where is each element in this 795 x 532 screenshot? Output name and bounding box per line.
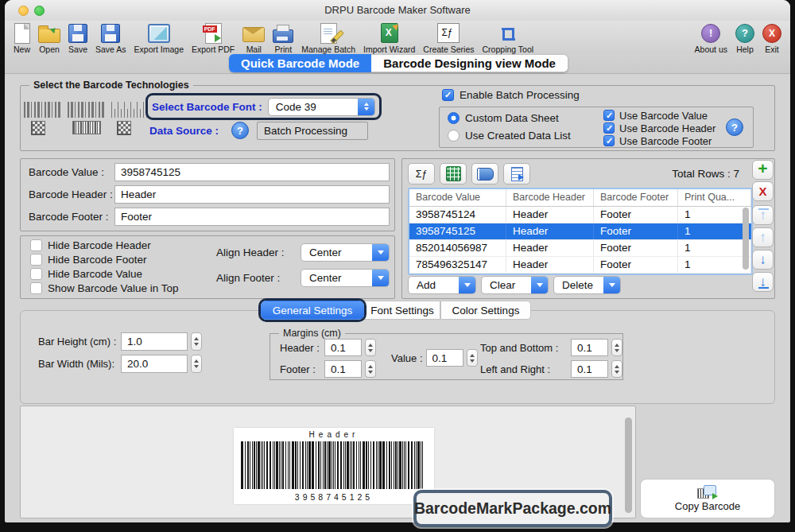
custom-data-sheet-option[interactable]: Custom Data Sheet: [448, 112, 559, 124]
formula-button[interactable]: [408, 163, 435, 184]
export-list-button[interactable]: [503, 163, 530, 184]
margin-header-stepper[interactable]: [365, 339, 376, 356]
barcode-footer-input[interactable]: Footer: [114, 208, 390, 226]
tab-general-settings[interactable]: General Settings: [261, 301, 364, 320]
checkbox-unchecked-icon[interactable]: [30, 268, 42, 280]
toolbar-button-label: Export PDF: [192, 45, 235, 54]
margin-left-right-stepper[interactable]: [611, 360, 622, 378]
table-scrollbar-thumb[interactable]: [743, 208, 749, 270]
checkbox-unchecked-icon[interactable]: [30, 254, 42, 266]
table-scrollbar[interactable]: [742, 208, 750, 271]
barcode-font-value: Code 39: [276, 101, 316, 113]
margin-header-input[interactable]: 0.1: [324, 339, 362, 356]
data-source-field[interactable]: Batch Processing: [257, 122, 368, 140]
barcode-font-select[interactable]: Code 39: [268, 98, 375, 116]
align-header-dropdown[interactable]: Center: [301, 243, 390, 262]
table-row[interactable]: 3958745125HeaderFooter1: [409, 223, 751, 240]
add-dropdown-button[interactable]: Add: [408, 276, 476, 294]
toolbar-button-save-as[interactable]: Save As: [95, 22, 126, 54]
toolbar-right: About usHelpExit: [691, 22, 785, 54]
option-use-barcode-footer[interactable]: Use Barcode Footer: [603, 134, 716, 147]
margin-top-bottom-stepper[interactable]: [611, 339, 622, 356]
toolbar-button-manage-batch[interactable]: Manage Batch: [301, 22, 355, 54]
margin-value-stepper[interactable]: [467, 349, 478, 367]
batch-help-icon[interactable]: [726, 118, 743, 136]
table-row[interactable]: 852014056987HeaderFooter1: [409, 240, 751, 257]
barcode-value-input[interactable]: 3958745125: [114, 163, 390, 181]
tab-font-settings[interactable]: Font Settings: [364, 301, 440, 320]
barcode-header-input[interactable]: Header: [114, 185, 390, 204]
toolbar-button-create-series[interactable]: Create Series: [423, 22, 474, 54]
tab-color-settings[interactable]: Color Settings: [440, 301, 531, 320]
bar-width-stepper[interactable]: [191, 355, 202, 373]
toolbar-button-open[interactable]: Open: [38, 22, 60, 54]
use-created-data-list-option[interactable]: Use Created Data List: [448, 130, 571, 142]
toolbar-button-about-us[interactable]: About us: [695, 22, 727, 54]
table-row[interactable]: 502360215478HeaderFooter1: [409, 274, 751, 275]
batch-data-table[interactable]: Barcode ValueBarcode HeaderBarcode Foote…: [408, 188, 753, 275]
margin-footer-input[interactable]: 0.1: [324, 360, 362, 378]
bar-height-stepper[interactable]: [191, 332, 202, 351]
checkbox-checked-icon[interactable]: [603, 110, 615, 121]
clear-dropdown-button[interactable]: Clear: [481, 276, 549, 294]
toolbar-button-save[interactable]: Save: [68, 22, 87, 54]
move-up-button[interactable]: [752, 227, 774, 247]
enable-batch-processing-option[interactable]: Enable Batch Processing: [442, 89, 580, 101]
toolbar-button-export-pdf[interactable]: Export PDF: [192, 22, 235, 54]
column-header[interactable]: Print Qua...: [678, 189, 751, 206]
margin-value-input[interactable]: 0.1: [426, 349, 463, 367]
align-footer-dropdown[interactable]: Center: [301, 269, 390, 287]
enable-batch-checkbox-icon[interactable]: [442, 89, 454, 101]
preview-scrollbar[interactable]: [624, 410, 633, 515]
toolbar-button-help[interactable]: Help: [735, 22, 754, 54]
custom-data-sheet-radio-icon[interactable]: [448, 112, 460, 124]
chevron-down-icon: [603, 277, 620, 293]
tab-barcode-designing-view-mode[interactable]: Barcode Designing view Mode: [371, 54, 568, 72]
toolbar-button-mail[interactable]: Mail: [242, 22, 265, 54]
toolbar-button-import-wizard[interactable]: Import Wizard: [363, 22, 415, 54]
delete-dropdown-button[interactable]: Delete: [553, 276, 621, 294]
toolbar-button-print[interactable]: Print: [273, 22, 293, 54]
preview-scrollbar-thumb[interactable]: [625, 417, 632, 513]
table-row[interactable]: 785496325147HeaderFooter1: [409, 257, 751, 274]
checkbox-checked-icon[interactable]: [603, 135, 615, 146]
copy-barcode-button[interactable]: Copy Barcode: [640, 479, 775, 518]
table-row[interactable]: 3958745124HeaderFooter1: [409, 207, 751, 223]
option-hide-barcode-footer[interactable]: Hide Barcode Footer: [30, 254, 179, 266]
tab-quick-barcode-mode[interactable]: Quick Barcode Mode: [229, 54, 371, 72]
option-use-barcode-header[interactable]: Use Barcode Header: [603, 122, 716, 134]
align-header-label: Align Header :: [216, 247, 285, 258]
column-header[interactable]: Barcode Value: [409, 189, 506, 206]
option-hide-barcode-header[interactable]: Hide Barcode Header: [30, 239, 179, 251]
flipbook-button[interactable]: [471, 163, 498, 184]
align-footer-value: Center: [309, 272, 342, 284]
spreadsheet-import-button[interactable]: [440, 163, 467, 184]
checkbox-checked-icon[interactable]: [603, 122, 615, 134]
margin-top-bottom-input[interactable]: 0.1: [571, 339, 608, 356]
data-source-help-icon[interactable]: [231, 122, 249, 139]
option-use-barcode-value[interactable]: Use Barcode Value: [603, 109, 716, 122]
option-show-barcode-value-in-top[interactable]: Show Barcode Value in Top: [30, 282, 179, 294]
margin-left-right-input[interactable]: 0.1: [571, 360, 608, 378]
select-stepper-icon[interactable]: [358, 99, 374, 115]
bar-height-input[interactable]: 1.0: [121, 332, 188, 351]
move-top-button[interactable]: [752, 205, 774, 225]
toolbar-button-exit[interactable]: Exit: [762, 22, 781, 54]
column-header[interactable]: Barcode Footer: [594, 189, 678, 206]
checkbox-unchecked-icon[interactable]: [30, 239, 42, 251]
option-hide-barcode-value[interactable]: Hide Barcode Value: [30, 268, 179, 280]
use-created-data-list-radio-icon[interactable]: [448, 130, 460, 142]
column-header[interactable]: Barcode Header: [506, 189, 594, 206]
add-row-button[interactable]: [752, 160, 774, 180]
delete-row-button[interactable]: [752, 181, 774, 201]
move-down-button[interactable]: [752, 250, 774, 270]
option-label: Use Barcode Value: [619, 110, 708, 122]
toolbar-button-cropping-tool[interactable]: Cropping Tool: [483, 22, 534, 54]
move-bottom-button[interactable]: [752, 272, 774, 292]
toolbar-button-new[interactable]: New: [14, 22, 30, 54]
margin-footer-stepper[interactable]: [365, 360, 376, 378]
help-round-icon: [735, 24, 754, 43]
checkbox-unchecked-icon[interactable]: [30, 282, 42, 294]
toolbar-button-export-image[interactable]: Export Image: [134, 22, 184, 54]
bar-width-input[interactable]: 20.0: [121, 355, 188, 373]
